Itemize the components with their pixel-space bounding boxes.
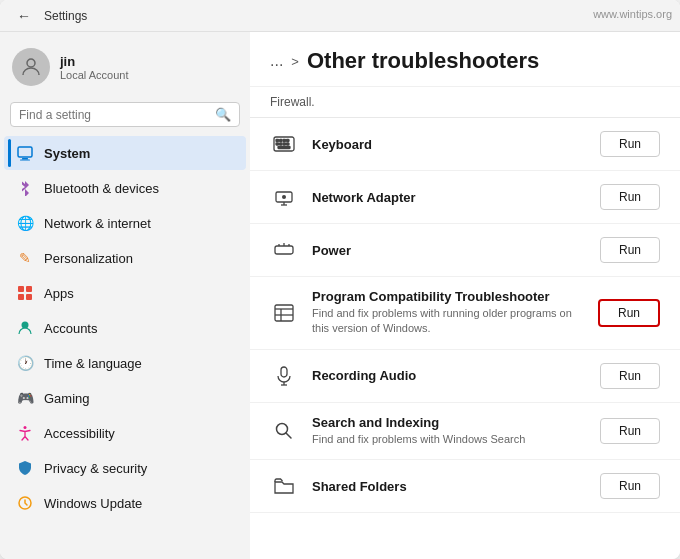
svg-point-0 [27, 59, 35, 67]
main-content: ... > Other troubleshooters Firewall. [250, 32, 680, 559]
ts-item-shared-folders-info: Shared Folders [312, 479, 586, 494]
avatar [12, 48, 50, 86]
svg-rect-20 [278, 147, 290, 149]
recording-audio-icon [270, 362, 298, 390]
svg-rect-19 [287, 143, 290, 145]
sidebar-item-label-personalization: Personalization [44, 251, 133, 266]
page-title: Other troubleshooters [307, 48, 539, 74]
sidebar-item-time[interactable]: 🕐 Time & language [4, 346, 246, 380]
sidebar-item-bluetooth[interactable]: Bluetooth & devices [4, 171, 246, 205]
firewall-label: Firewall. [250, 87, 680, 118]
sidebar-item-privacy[interactable]: Privacy & security [4, 451, 246, 485]
sidebar-item-personalization[interactable]: ✎ Personalization [4, 241, 246, 275]
time-icon: 🕐 [16, 354, 34, 372]
breadcrumb-dots[interactable]: ... [270, 52, 283, 70]
svg-point-24 [282, 195, 286, 199]
svg-rect-5 [26, 286, 32, 292]
sidebar-item-network[interactable]: 🌐 Network & internet [4, 206, 246, 240]
run-button-recording-audio[interactable]: Run [600, 363, 660, 389]
sidebar-item-accounts[interactable]: Accounts [4, 311, 246, 345]
titlebar-title: Settings [44, 9, 87, 23]
svg-rect-2 [22, 158, 28, 160]
system-icon [16, 144, 34, 162]
ts-item-recording-audio-info: Recording Audio [312, 368, 586, 383]
user-section: jin Local Account [0, 32, 250, 98]
ts-item-shared-folders-title: Shared Folders [312, 479, 586, 494]
ts-item-network-adapter-info: Network Adapter [312, 190, 586, 205]
accounts-icon [16, 319, 34, 337]
sidebar-item-label-accounts: Accounts [44, 321, 97, 336]
svg-rect-4 [18, 286, 24, 292]
ts-item-keyboard-info: Keyboard [312, 137, 586, 152]
user-name: jin [60, 54, 129, 69]
ts-item-recording-audio-title: Recording Audio [312, 368, 586, 383]
user-info: jin Local Account [60, 54, 129, 81]
keyboard-icon [270, 130, 298, 158]
run-button-search-indexing[interactable]: Run [600, 418, 660, 444]
ts-item-keyboard: Keyboard Run [250, 118, 680, 171]
svg-rect-13 [280, 140, 283, 142]
run-button-program-compatibility[interactable]: Run [598, 299, 660, 327]
sidebar-item-label-bluetooth: Bluetooth & devices [44, 181, 159, 196]
svg-rect-33 [281, 367, 287, 377]
sidebar-item-label-system: System [44, 146, 90, 161]
network-icon: 🌐 [16, 214, 34, 232]
ts-item-search-indexing: Search and Indexing Find and fix problem… [250, 403, 680, 460]
sidebar-item-label-privacy: Privacy & security [44, 461, 147, 476]
ts-item-program-compatibility-title: Program Compatibility Troubleshooter [312, 289, 584, 304]
svg-rect-15 [287, 140, 290, 142]
update-icon [16, 494, 34, 512]
svg-rect-16 [276, 143, 279, 145]
sidebar-item-update[interactable]: Windows Update [4, 486, 246, 520]
ts-item-program-compatibility-desc: Find and fix problems with running older… [312, 306, 584, 337]
run-button-keyboard[interactable]: Run [600, 131, 660, 157]
svg-rect-29 [275, 305, 293, 321]
power-icon [270, 236, 298, 264]
ts-item-power: Power Run [250, 224, 680, 277]
bluetooth-icon [16, 179, 34, 197]
svg-rect-7 [26, 294, 32, 300]
shared-folders-icon [270, 472, 298, 500]
sidebar-item-label-gaming: Gaming [44, 391, 90, 406]
sidebar: jin Local Account 🔍 [0, 32, 250, 559]
ts-item-power-info: Power [312, 243, 586, 258]
back-button[interactable]: ← [12, 4, 36, 28]
ts-item-search-indexing-title: Search and Indexing [312, 415, 586, 430]
svg-point-9 [24, 426, 27, 429]
program-compatibility-icon [270, 299, 298, 327]
search-box[interactable]: 🔍 [10, 102, 240, 127]
user-account-type: Local Account [60, 69, 129, 81]
svg-line-37 [286, 433, 291, 438]
svg-rect-6 [18, 294, 24, 300]
search-indexing-icon [270, 417, 298, 445]
gaming-icon: 🎮 [16, 389, 34, 407]
network-adapter-icon [270, 183, 298, 211]
sidebar-item-gaming[interactable]: 🎮 Gaming [4, 381, 246, 415]
ts-item-power-title: Power [312, 243, 586, 258]
svg-rect-1 [18, 147, 32, 157]
svg-rect-14 [283, 140, 286, 142]
sidebar-item-apps[interactable]: Apps [4, 276, 246, 310]
svg-rect-25 [275, 246, 293, 254]
ts-item-network-adapter-title: Network Adapter [312, 190, 586, 205]
search-input[interactable] [19, 108, 209, 122]
sidebar-item-label-update: Windows Update [44, 496, 142, 511]
sidebar-item-label-network: Network & internet [44, 216, 151, 231]
ts-item-keyboard-title: Keyboard [312, 137, 586, 152]
svg-rect-12 [276, 140, 279, 142]
troubleshooter-list: Firewall. [250, 87, 680, 559]
svg-rect-18 [283, 143, 286, 145]
sidebar-item-label-apps: Apps [44, 286, 74, 301]
personalization-icon: ✎ [16, 249, 34, 267]
svg-rect-17 [280, 143, 283, 145]
sidebar-item-accessibility[interactable]: Accessibility [4, 416, 246, 450]
run-button-power[interactable]: Run [600, 237, 660, 263]
ts-item-search-indexing-desc: Find and fix problems with Windows Searc… [312, 432, 586, 447]
sidebar-item-system[interactable]: System [4, 136, 246, 170]
run-button-network-adapter[interactable]: Run [600, 184, 660, 210]
ts-item-shared-folders: Shared Folders Run [250, 460, 680, 513]
ts-item-program-compatibility-info: Program Compatibility Troubleshooter Fin… [312, 289, 584, 337]
run-button-shared-folders[interactable]: Run [600, 473, 660, 499]
svg-rect-3 [20, 160, 30, 161]
accessibility-icon [16, 424, 34, 442]
